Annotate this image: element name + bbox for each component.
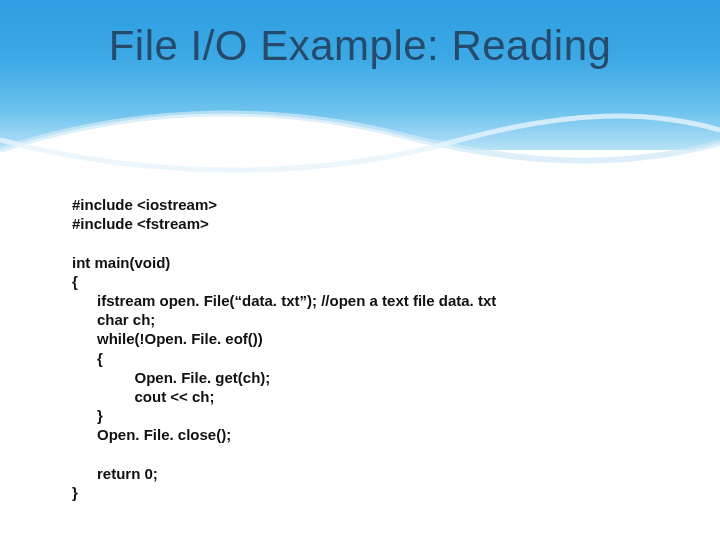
code-line: } <box>72 484 78 501</box>
slide-title: File I/O Example: Reading <box>0 22 720 70</box>
slide: File I/O Example: Reading #include <iost… <box>0 0 720 540</box>
code-line: { <box>72 350 103 367</box>
code-line: cout << ch; <box>72 388 215 405</box>
code-line: #include <fstream> <box>72 215 209 232</box>
code-line: #include <iostream> <box>72 196 217 213</box>
code-line: Open. File. get(ch); <box>72 369 270 386</box>
code-line: Open. File. close(); <box>72 426 231 443</box>
code-line: char ch; <box>72 311 155 328</box>
code-line: ifstream open. File(“data. txt”); //open… <box>72 292 496 309</box>
code-line: int main(void) <box>72 254 170 271</box>
code-line: while(!Open. File. eof()) <box>72 330 263 347</box>
code-line: } <box>72 407 103 424</box>
wave-decoration <box>0 95 720 185</box>
code-block: #include <iostream> #include <fstream> i… <box>72 195 496 502</box>
code-line: { <box>72 273 78 290</box>
code-line: return 0; <box>72 465 158 482</box>
